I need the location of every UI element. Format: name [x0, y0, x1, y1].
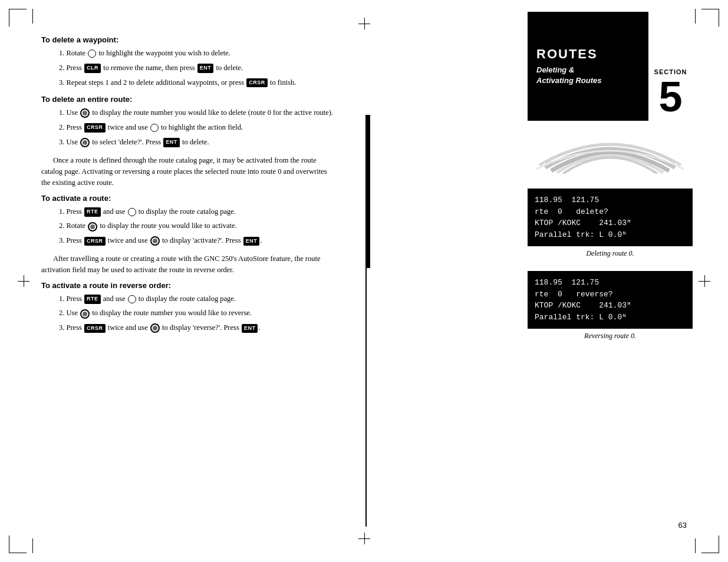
- ent-button-4: ENT: [242, 324, 258, 333]
- inner-knob-icon-3: [88, 222, 97, 232]
- delete-waypoint-step-1: 1. Rotate to highlight the waypoint you …: [59, 48, 336, 59]
- screen-container-reverse: 118.95 121.75 rte 0 reverse? KTOP /KOKC …: [528, 271, 693, 352]
- activate-heading: To activate a route:: [41, 194, 336, 203]
- section-header-left: ROUTES Deleting & Activating Routes: [528, 12, 648, 121]
- rotate-icon-3: [128, 208, 136, 216]
- page-number: 63: [678, 521, 687, 530]
- rte-button: RTE: [84, 207, 101, 217]
- left-content: To delete a waypoint: 1. Rotate to highl…: [0, 0, 365, 562]
- garmin-logo-area: [528, 121, 693, 180]
- delete-waypoint-step-3: 3. Repeat steps 1 and 2 to delete additi…: [59, 77, 336, 88]
- section-number-box: SECTION 5: [648, 12, 693, 121]
- delete-route-step-3: 3. Use to select 'delete?'. Press ENT to…: [59, 137, 336, 148]
- ent-button-3: ENT: [243, 237, 260, 246]
- screen-display-reverse: 118.95 121.75 rte 0 reverse? KTOP /KOKC …: [528, 271, 693, 329]
- crsr-button-4: CRSR: [84, 324, 106, 333]
- section-subtitle: Deleting & Activating Routes: [536, 65, 640, 86]
- delete-route-step-2: 2. Press CRSR twice and use to highlight…: [59, 122, 336, 133]
- screen-caption-reverse: Reversing route 0.: [528, 332, 693, 340]
- delete-route-heading: To delete an entire route:: [41, 95, 336, 104]
- reverse-heading: To activate a route in reverse order:: [41, 281, 336, 290]
- page-container: To delete a waypoint: 1. Rotate to highl…: [0, 0, 728, 562]
- ent-button: ENT: [197, 64, 214, 73]
- section-header: ROUTES Deleting & Activating Routes SECT…: [528, 12, 693, 121]
- ent-button-2: ENT: [163, 138, 180, 147]
- inner-knob-icon-5: [80, 309, 90, 319]
- reverse-step-3: 3. Press CRSR twice and use to display '…: [59, 322, 336, 333]
- delete-waypoint-step-2: 2. Press CLR to remove the name, then pr…: [59, 62, 336, 74]
- delete-route-step-1: 1. Use to display the route number you w…: [59, 107, 336, 118]
- black-sidebar: [365, 115, 370, 268]
- inner-knob-icon-4: [150, 236, 160, 246]
- reverse-step-2: 2. Use to display the route number you w…: [59, 308, 336, 319]
- inner-knob-icon: [80, 108, 90, 118]
- inner-knob-icon-6: [150, 323, 160, 333]
- rte-button-2: RTE: [84, 295, 101, 304]
- activate-step-3: 3. Press CRSR twice and use to display '…: [59, 235, 336, 246]
- reverse-step-1: 1. Press RTE and use to display the rout…: [59, 293, 336, 305]
- screen-display-delete: 118.95 121.75 rte 0 delete? KTOP /KOKC 2…: [528, 189, 693, 246]
- garmin-wing-svg: [533, 127, 687, 174]
- activate-step-1: 1. Press RTE and use to display the rout…: [59, 206, 336, 217]
- rotate-icon-2: [150, 124, 159, 132]
- activate-route-section: To activate a route: 1. Press RTE and us…: [41, 194, 336, 246]
- routes-title: ROUTES: [536, 47, 640, 62]
- crsr-button-2: CRSR: [84, 123, 106, 133]
- screen-caption-delete: Deleting route 0.: [528, 249, 693, 258]
- reverse-paragraph: After travelling a route or creating a r…: [41, 253, 336, 276]
- screen-container-delete: 118.95 121.75 rte 0 delete? KTOP /KOKC 2…: [528, 189, 693, 270]
- right-content: ROUTES Deleting & Activating Routes SECT…: [365, 0, 728, 562]
- rotate-icon-4: [128, 295, 136, 303]
- activate-step-2: 2. Rotate to display the route you would…: [59, 220, 336, 232]
- crsr-button: CRSR: [246, 78, 268, 88]
- reverse-route-section: To activate a route in reverse order: 1.…: [41, 281, 336, 333]
- delete-route-section: To delete an entire route: 1. Use to dis…: [41, 95, 336, 147]
- delete-waypoint-heading: To delete a waypoint:: [41, 35, 336, 44]
- inner-knob-icon-2: [80, 138, 90, 147]
- rotate-knob-icon: [88, 49, 96, 58]
- delete-waypoint-section: To delete a waypoint: 1. Rotate to highl…: [41, 35, 336, 88]
- clr-button: CLR: [84, 64, 101, 73]
- crsr-button-3: CRSR: [84, 237, 106, 246]
- route-catalog-paragraph: Once a route is defined through the rout…: [41, 155, 336, 189]
- section-number: 5: [658, 75, 682, 118]
